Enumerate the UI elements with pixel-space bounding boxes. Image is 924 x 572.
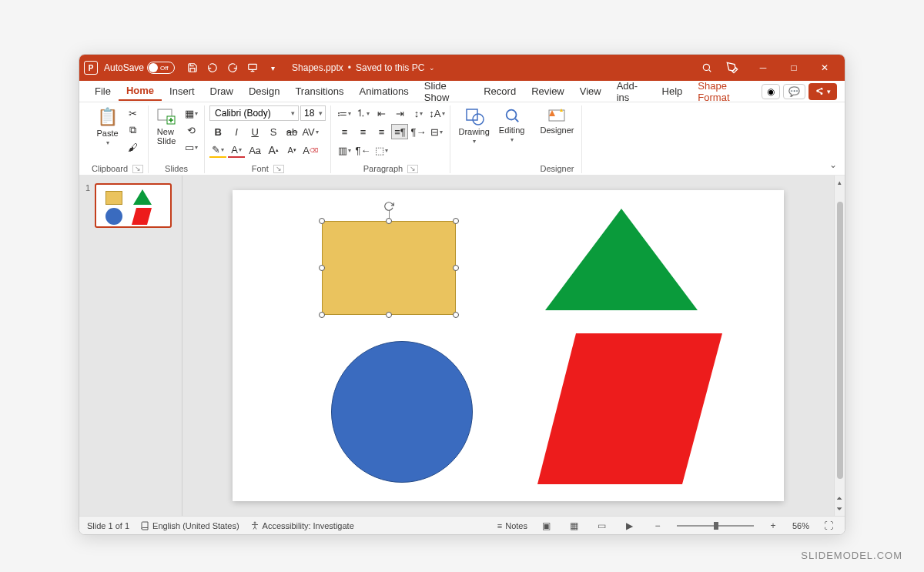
normal-view-icon[interactable]: ▣ [538,519,555,533]
save-icon[interactable] [183,59,202,77]
slide-counter[interactable]: Slide 1 of 1 [87,521,129,530]
paragraph-launcher[interactable]: ↘ [407,165,418,173]
slide-canvas-area[interactable] [182,176,834,516]
layout-icon[interactable]: ▦▾ [182,105,199,121]
tab-transitions[interactable]: Transitions [287,82,351,100]
char-spacing-button[interactable]: AV▾ [302,124,319,139]
font-launcher[interactable]: ↘ [273,165,284,173]
reading-view-icon[interactable]: ▭ [594,519,611,533]
clipboard-launcher[interactable]: ↘ [132,165,143,173]
tab-animations[interactable]: Animations [352,82,417,100]
font-color-button[interactable]: A▾ [228,142,245,158]
qat-more-icon[interactable]: ▾ [263,59,282,77]
grow-font-button[interactable]: A▴ [265,142,282,158]
bold-button[interactable]: B [209,124,226,139]
font-size-select[interactable]: 18 [300,105,326,121]
align-left-button[interactable]: ≡ [336,124,353,139]
resize-handle[interactable] [319,265,325,271]
tab-home[interactable]: Home [119,82,162,101]
font-name-select[interactable]: Calibri (Body) [209,105,299,121]
shape-parallelogram[interactable] [534,330,727,487]
convert-smartart-button[interactable]: ⬚▾ [373,142,390,158]
underline-button[interactable]: U [246,124,263,139]
vertical-scrollbar[interactable]: ▴ ⏶ ⏷ [834,176,845,516]
resize-handle[interactable] [319,312,325,318]
tab-view[interactable]: View [572,82,609,100]
align-right-button[interactable]: ≡ [373,124,390,139]
text-direction-button[interactable]: ↕A▾ [428,105,445,121]
redo-icon[interactable] [223,59,242,77]
share-button[interactable]: ▾ [808,83,837,100]
reset-icon[interactable]: ⟲ [182,122,199,138]
bullets-button[interactable]: ≔▾ [336,105,353,121]
tab-file[interactable]: File [87,82,119,100]
maximize-button[interactable]: □ [778,55,809,81]
columns-button[interactable]: ▥▾ [336,142,353,158]
justify-button[interactable]: ≡¶ [391,124,408,139]
search-icon[interactable] [698,59,716,77]
align-center-button[interactable]: ≡ [354,124,371,139]
tab-draw[interactable]: Draw [203,82,241,100]
resize-handle[interactable] [386,218,392,224]
rotate-handle-icon[interactable] [383,201,394,212]
highlight-button[interactable]: ✎▾ [209,142,226,158]
tab-review[interactable]: Review [524,82,572,100]
indent-increase-button[interactable]: ⇥ [391,105,408,121]
tab-design[interactable]: Design [241,82,287,100]
numbering-button[interactable]: ⒈▾ [354,105,371,121]
format-painter-icon[interactable]: 🖌 [125,139,142,155]
slide-canvas[interactable] [233,190,784,501]
shape-rectangle[interactable] [322,221,456,315]
clear-format-button[interactable]: A⌫ [302,142,319,158]
document-title[interactable]: Shapes.pptx • Saved to this PC ⌄ [292,62,435,73]
designer-button[interactable]: Designer [537,105,577,136]
shrink-font-button[interactable]: A▾ [283,142,300,158]
tab-record[interactable]: Record [476,82,524,100]
editing-button[interactable]: Editing ▾ [496,105,528,145]
comments-icon[interactable]: 💬 [783,84,805,99]
resize-handle[interactable] [453,218,459,224]
align-text-button[interactable]: ⊟▾ [428,124,445,139]
accessibility-status[interactable]: Accessibility: Investigate [250,521,354,530]
resize-handle[interactable] [453,265,459,271]
indent-decrease-button[interactable]: ⇤ [373,105,390,121]
new-slide-button[interactable]: New Slide [153,105,179,147]
change-case-button[interactable]: Aa [246,142,263,158]
close-button[interactable]: ✕ [809,55,840,81]
undo-icon[interactable] [203,59,222,77]
scroll-up-icon[interactable]: ▴ [838,179,842,186]
shape-circle[interactable] [331,341,473,483]
copy-icon[interactable]: ⧉ [125,122,142,138]
cut-icon[interactable]: ✂ [125,105,142,121]
language-status[interactable]: English (United States) [140,521,239,530]
present-icon[interactable] [243,59,262,77]
next-slide-icon[interactable]: ⏷ [836,505,843,513]
slideshow-view-icon[interactable]: ▶ [621,519,638,533]
ltr-button[interactable]: ¶→ [410,124,427,139]
rtl-button[interactable]: ¶← [354,142,371,158]
camera-icon[interactable]: ◉ [762,84,780,99]
strikethrough-button[interactable]: ab [283,124,300,139]
tab-shape-format[interactable]: Shape Format [690,77,762,106]
zoom-in-button[interactable]: + [765,519,782,533]
slide-sorter-icon[interactable]: ▦ [566,519,583,533]
zoom-out-button[interactable]: − [649,519,666,533]
line-spacing-button[interactable]: ↕▾ [410,105,427,121]
tab-insert[interactable]: Insert [162,82,203,100]
section-icon[interactable]: ▭▾ [182,139,199,155]
scrollbar-thumb[interactable] [837,202,843,479]
tab-help[interactable]: Help [654,82,691,100]
notes-button[interactable]: ≡ Notes [497,521,527,530]
autosave-toggle[interactable]: Off [147,62,175,74]
zoom-slider[interactable] [677,525,754,527]
italic-button[interactable]: I [228,124,245,139]
resize-handle[interactable] [319,218,325,224]
paste-button[interactable]: 📋 Paste ▾ [93,105,121,148]
drawing-button[interactable]: Drawing ▾ [455,105,492,146]
tab-slideshow[interactable]: Slide Show [417,77,476,106]
tab-addins[interactable]: Add-ins [609,77,654,106]
zoom-level[interactable]: 56% [792,521,809,530]
resize-handle[interactable] [453,312,459,318]
slide-thumbnail-1[interactable] [95,183,172,228]
shadow-button[interactable]: S [265,124,282,139]
